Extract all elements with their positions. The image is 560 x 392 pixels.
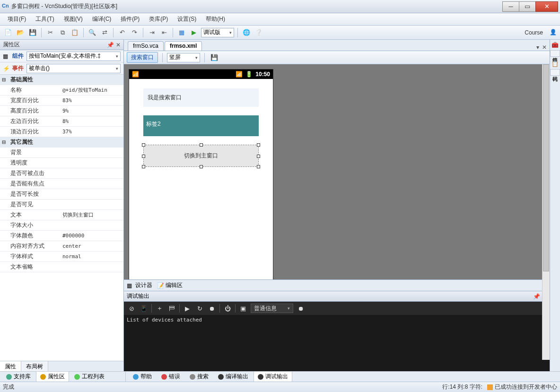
bottom-tab[interactable]: 搜索 bbox=[185, 371, 213, 382]
menu-project[interactable]: 项目(F) bbox=[3, 13, 31, 25]
prop-row[interactable]: 字体大小 bbox=[0, 220, 123, 231]
help-icon[interactable]: ❔ bbox=[254, 27, 264, 38]
prop-row[interactable]: 文本切换到主窗口 bbox=[0, 210, 123, 220]
copy-button[interactable]: ⧉ bbox=[57, 27, 68, 38]
prop-row[interactable]: 是否可被点击 bbox=[0, 168, 123, 179]
resize-handle[interactable] bbox=[142, 155, 145, 158]
menu-plugin[interactable]: 插件(P) bbox=[116, 13, 144, 25]
menu-class[interactable]: 类库(P) bbox=[144, 13, 173, 25]
menu-compile[interactable]: 编译(C) bbox=[88, 13, 116, 25]
save-design-button[interactable]: 💾 bbox=[209, 52, 219, 63]
debug-power-button[interactable]: ⏻ bbox=[223, 304, 232, 313]
replace-button[interactable]: ⇄ bbox=[99, 27, 110, 38]
debug-breakpoint-button[interactable]: ⛿ bbox=[167, 304, 176, 313]
new-button[interactable]: 📄 bbox=[3, 27, 13, 38]
redo-button[interactable]: ↷ bbox=[129, 27, 140, 38]
save-button[interactable]: 💾 bbox=[27, 27, 38, 38]
bottom-tab[interactable]: 错误 bbox=[157, 371, 184, 382]
search-window-button[interactable]: 搜索窗口 bbox=[127, 52, 158, 63]
tab-designer[interactable]: ▦设计器 bbox=[127, 281, 152, 289]
prop-row[interactable]: 名称@+id/按钮ToMain bbox=[0, 85, 123, 96]
build-mode-combo[interactable]: 调试版▾ bbox=[201, 28, 234, 37]
open-button[interactable]: 📂 bbox=[15, 27, 26, 38]
prop-group[interactable]: ⊟基础属性 bbox=[0, 75, 123, 85]
maximize-button[interactable]: ▭ bbox=[519, 1, 536, 12]
menu-help[interactable]: 帮助(H) bbox=[201, 13, 230, 25]
prop-row[interactable]: 左边百分比8% bbox=[0, 116, 123, 127]
prop-row[interactable]: 透明度 bbox=[0, 158, 123, 168]
design-button-tomain[interactable]: 切换到主窗口 bbox=[143, 145, 259, 167]
bottom-tab[interactable]: 支持库 bbox=[2, 371, 35, 382]
resize-handle[interactable] bbox=[257, 143, 260, 147]
codetree-icon[interactable]: 📋 bbox=[551, 61, 559, 67]
design-canvas[interactable]: 📶 📶 🔋 10:50 我是搜索窗口 标签2 切换到主窗口 bbox=[124, 64, 550, 279]
right-tab-toolbox[interactable]: 组件箱 bbox=[550, 50, 560, 57]
prop-row[interactable]: 是否可长按 bbox=[0, 189, 123, 200]
panel-close-icon[interactable]: ✕ bbox=[116, 42, 121, 48]
minimize-button[interactable]: ─ bbox=[502, 1, 519, 12]
toolbox-icon[interactable]: 🧰 bbox=[551, 42, 559, 48]
debug-clear-button[interactable]: ⊘ bbox=[127, 304, 136, 313]
doc-dropdown-icon[interactable]: ▾ bbox=[536, 44, 539, 51]
debug-play-button[interactable]: ▶ bbox=[183, 304, 192, 313]
menu-settings[interactable]: 设置(S) bbox=[173, 13, 201, 25]
debug-console[interactable]: List of devices attached bbox=[124, 315, 550, 371]
indent-button[interactable]: ⇥ bbox=[147, 27, 157, 38]
build-button[interactable]: ▦ bbox=[176, 27, 187, 38]
user-icon[interactable]: 👤 bbox=[550, 29, 557, 36]
doc-close-icon[interactable]: ✕ bbox=[542, 44, 547, 51]
debug-filter-combo[interactable]: 普通信息▾ bbox=[251, 304, 293, 313]
debug-record-button[interactable]: ⏺ bbox=[296, 304, 306, 313]
resize-handle[interactable] bbox=[257, 155, 260, 158]
chrome-icon[interactable]: 🌐 bbox=[241, 27, 252, 38]
canvas-scrollbar[interactable] bbox=[542, 64, 550, 360]
prop-row[interactable]: 高度百分比9% bbox=[0, 106, 123, 116]
right-tab-codetree[interactable]: 代码树 bbox=[550, 69, 560, 76]
tab-editor[interactable]: 📝编辑区 bbox=[157, 281, 183, 289]
pin-icon[interactable]: 📌 bbox=[107, 42, 114, 48]
prop-row[interactable]: 是否可见 bbox=[0, 200, 123, 210]
find-button[interactable]: 🔍 bbox=[87, 27, 97, 38]
prop-row[interactable]: 背景 bbox=[0, 148, 123, 158]
orientation-combo[interactable]: 竖屏▾ bbox=[167, 53, 200, 62]
pin-icon[interactable]: 📌 bbox=[533, 293, 540, 300]
prop-row[interactable]: 文本省略 bbox=[0, 262, 123, 272]
debug-device-button[interactable]: 📱 bbox=[139, 304, 149, 313]
tab-properties[interactable]: 属性 bbox=[0, 361, 21, 371]
bottom-tab[interactable]: 属性区 bbox=[36, 371, 69, 382]
run-button[interactable]: ▶ bbox=[189, 27, 199, 38]
tab-layout-tree[interactable]: 布局树 bbox=[21, 361, 48, 371]
course-link[interactable]: Course bbox=[522, 29, 546, 36]
prop-row[interactable]: 是否能有焦点 bbox=[0, 179, 123, 189]
debug-restart-button[interactable]: ↻ bbox=[195, 304, 204, 313]
debug-add-button[interactable]: ＋ bbox=[155, 304, 164, 313]
close-button[interactable]: ✕ bbox=[535, 1, 558, 12]
property-grid[interactable]: ⊟基础属性名称@+id/按钮ToMain宽度百分比83%高度百分比9%左边百分比… bbox=[0, 75, 123, 361]
phone-screen[interactable]: 我是搜索窗口 标签2 切换到主窗口 bbox=[129, 79, 273, 279]
component-combo[interactable]: 按钮ToMain(安卓.文本组件.‡▾ bbox=[26, 52, 121, 61]
doc-tab-xml[interactable]: frmso.xml bbox=[165, 41, 202, 51]
doc-tab-vca[interactable]: frmSo.vca bbox=[128, 41, 164, 51]
undo-button[interactable]: ↶ bbox=[117, 27, 127, 38]
bottom-tab[interactable]: 帮助 bbox=[129, 371, 156, 382]
resize-handle[interactable] bbox=[200, 143, 203, 147]
resize-handle[interactable] bbox=[142, 143, 145, 147]
debug-stop-button[interactable]: ⏺ bbox=[207, 304, 217, 313]
outdent-button[interactable]: ⇤ bbox=[159, 27, 169, 38]
resize-handle[interactable] bbox=[257, 165, 260, 168]
prop-row[interactable]: 内容对齐方式center bbox=[0, 241, 123, 252]
menu-view[interactable]: 视图(V) bbox=[59, 13, 88, 25]
paste-button[interactable]: 📋 bbox=[70, 27, 80, 38]
bottom-tab[interactable]: 编译输出 bbox=[214, 371, 253, 382]
event-combo[interactable]: 被单击()▾ bbox=[26, 64, 121, 73]
resize-handle[interactable] bbox=[200, 165, 203, 168]
prop-group[interactable]: ⊟其它属性 bbox=[0, 137, 123, 148]
debug-terminal-icon[interactable]: ▣ bbox=[238, 304, 248, 313]
bottom-tab[interactable]: 调试输出 bbox=[254, 371, 292, 382]
prop-row[interactable]: 顶边百分比37% bbox=[0, 127, 123, 137]
prop-row[interactable]: 字体样式normal bbox=[0, 252, 123, 262]
bottom-tab[interactable]: 工程列表 bbox=[70, 371, 109, 382]
design-input[interactable]: 我是搜索窗口 bbox=[143, 88, 259, 107]
resize-handle[interactable] bbox=[142, 165, 145, 168]
design-label2[interactable]: 标签2 bbox=[143, 115, 259, 136]
